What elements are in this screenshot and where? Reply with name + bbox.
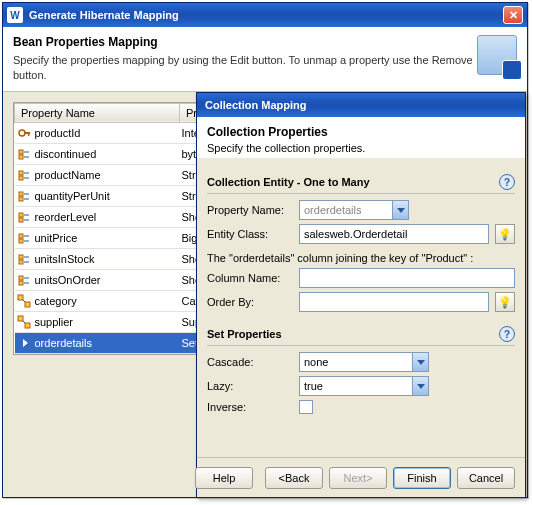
next-button: Next> [329,467,387,489]
row-name: unitPrice [35,232,78,244]
property-name-value: orderdetails [304,204,392,216]
col-property-name[interactable]: Property Name [15,103,180,122]
row-name: reorderLevel [35,211,97,223]
property-icon [17,147,31,161]
label-order-by: Order By: [207,296,293,308]
label-lazy: Lazy: [207,380,293,392]
lightbulb-icon[interactable]: 💡 [495,224,515,244]
row-name: supplier [35,316,74,328]
svg-rect-19 [19,234,23,238]
row-name: unitsOnOrder [35,274,101,286]
svg-rect-35 [25,323,30,328]
svg-rect-3 [19,150,23,154]
section-set-title: Set Properties [207,328,499,340]
front-dialog: Collection Mapping Collection Properties… [196,92,526,498]
svg-rect-7 [19,171,23,175]
svg-rect-12 [19,197,23,201]
front-titlebar[interactable]: Collection Mapping [197,93,525,117]
finish-button[interactable]: Finish [393,467,451,489]
property-icon [17,252,31,266]
property-icon [17,315,31,329]
label-column-name: Column Name: [207,272,293,284]
back-button[interactable]: <Back [265,467,323,489]
row-name: productName [35,169,101,181]
svg-line-36 [23,321,25,323]
help-icon[interactable]: ? [499,174,515,190]
section-entity-title: Collection Entity - One to Many [207,176,499,188]
cascade-value: none [304,356,412,368]
divider [207,193,515,194]
divider [207,345,515,346]
front-header: Collection Properties Specify the collec… [197,117,525,158]
lightbulb-icon[interactable]: 💡 [495,292,515,312]
property-icon [17,189,31,203]
label-inverse: Inverse: [207,401,293,413]
inverse-checkbox[interactable] [299,400,313,414]
property-icon [17,231,31,245]
svg-rect-20 [19,239,23,243]
svg-rect-11 [19,192,23,196]
join-note: The "orderdetails" column joining the ke… [207,252,515,264]
entity-class-input[interactable]: salesweb.Orderdetail [299,224,489,244]
globe-icon [477,35,517,75]
label-cascade: Cascade: [207,356,293,368]
back-description: Specify the properties mapping by using … [13,53,477,83]
svg-rect-27 [19,276,23,280]
back-heading: Bean Properties Mapping [13,35,477,49]
row-name: productId [35,127,81,139]
svg-rect-24 [19,260,23,264]
front-title: Collection Mapping [201,99,521,111]
svg-line-33 [23,300,25,302]
lazy-combo[interactable]: true [299,376,429,396]
svg-rect-16 [19,218,23,222]
label-property-name: Property Name: [207,204,293,216]
svg-rect-28 [19,281,23,285]
back-title: Generate Hibernate Mapping [29,9,503,21]
chevron-down-icon[interactable] [412,377,428,395]
chevron-down-icon[interactable] [392,201,408,219]
property-icon [17,210,31,224]
property-name-combo[interactable]: orderdetails [299,200,409,220]
cascade-combo[interactable]: none [299,352,429,372]
row-name: quantityPerUnit [35,190,110,202]
svg-rect-23 [19,255,23,259]
order-by-input[interactable] [299,292,489,312]
svg-rect-4 [19,155,23,159]
column-name-input[interactable] [299,268,515,288]
svg-rect-34 [18,316,23,321]
row-name: orderdetails [35,337,92,349]
row-name: category [35,295,77,307]
svg-rect-32 [25,302,30,307]
front-heading: Collection Properties [207,125,515,139]
property-icon [17,126,31,140]
chevron-down-icon[interactable] [412,353,428,371]
app-icon: W [7,7,23,23]
svg-rect-31 [18,295,23,300]
row-name: discontinued [35,148,97,160]
cancel-button[interactable]: Cancel [457,467,515,489]
back-titlebar[interactable]: W Generate Hibernate Mapping ✕ [3,3,527,27]
form-area: Collection Entity - One to Many ? Proper… [197,158,525,426]
row-name: unitsInStock [35,253,95,265]
property-icon [17,168,31,182]
label-entity-class: Entity Class: [207,228,293,240]
property-icon [17,273,31,287]
svg-rect-2 [28,132,30,136]
back-header: Bean Properties Mapping Specify the prop… [3,27,527,92]
help-button[interactable]: Help [195,467,253,489]
front-subheading: Specify the collection properties. [207,142,515,154]
button-bar: Help <Back Next> Finish Cancel [197,457,525,497]
property-icon [17,294,31,308]
lazy-value: true [304,380,412,392]
svg-rect-8 [19,176,23,180]
close-icon[interactable]: ✕ [503,6,523,24]
svg-rect-15 [19,213,23,217]
property-icon [17,336,31,350]
help-icon[interactable]: ? [499,326,515,342]
